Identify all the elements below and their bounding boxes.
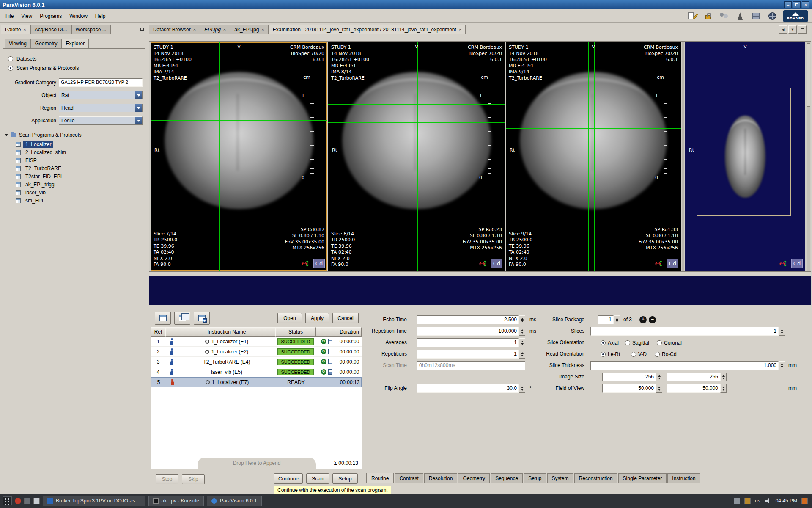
tree-item-sm-epi[interactable]: sm_EPI: [16, 197, 45, 204]
spinner-icon[interactable]: [656, 373, 662, 381]
tab-list-icon[interactable]: ▼: [788, 25, 797, 34]
rerun-icon[interactable]: ↻: [321, 359, 326, 364]
repetition-time-input[interactable]: 100.000: [417, 327, 519, 336]
slice-orientation-sagittal-radio[interactable]: Sagittal: [625, 338, 649, 347]
radio-icon[interactable]: [8, 56, 13, 61]
region-dropdown[interactable]: Head: [59, 104, 143, 112]
slice-package-input[interactable]: 1: [598, 315, 614, 324]
field-of-view-x-field[interactable]: 50.000: [602, 384, 662, 393]
tree-item-1-localizer[interactable]: 1_Localizer: [16, 141, 53, 148]
volume-icon[interactable]: [765, 498, 771, 504]
open-button[interactable]: Open: [277, 313, 302, 323]
close-tab-icon[interactable]: ×: [459, 28, 461, 32]
tab-routine[interactable]: Routine: [366, 473, 394, 483]
maximize-icon[interactable]: [793, 1, 801, 8]
taskbar-item-topspin[interactable]: Bruker TopSpin 3.1PV on DOJO as ...: [43, 496, 145, 506]
tab-geometry-params[interactable]: Geometry: [458, 473, 490, 483]
crosshair-horizontal[interactable]: [506, 128, 681, 129]
tab-dataset-browser[interactable]: Dataset Browser ×: [149, 25, 200, 34]
spinner-icon[interactable]: [656, 384, 662, 393]
viewport-slice-8[interactable]: STUDY 1 14 Nov 2018 16:28:51 +0100 MR E:…: [328, 42, 505, 271]
image-size-x-field[interactable]: 256: [602, 373, 662, 381]
tab-single-parameter[interactable]: Single Parameter: [618, 473, 667, 483]
tree-item-laser-vib[interactable]: laser_vib: [16, 189, 48, 196]
antenna-icon[interactable]: [735, 11, 745, 21]
crosshair-vertical[interactable]: [226, 42, 226, 271]
crosshair-vertical[interactable]: [588, 42, 589, 271]
radio-icon[interactable]: [655, 352, 660, 357]
remove-slice-package-icon[interactable]: −: [649, 316, 656, 323]
echo-time-field[interactable]: 2.500: [417, 315, 525, 324]
rerun-icon[interactable]: ↻: [321, 369, 326, 375]
app-launcher-icon[interactable]: [3, 496, 12, 505]
menu-file[interactable]: File: [2, 11, 17, 21]
ref-column-header[interactable]: Ref: [151, 327, 165, 337]
tab-contrast[interactable]: Contrast: [395, 473, 423, 483]
tab-viewing[interactable]: Viewing: [5, 39, 31, 48]
read-orientation-ro-cd-radio[interactable]: Ro-Cd: [655, 350, 677, 359]
crosshair-horizontal[interactable]: [151, 120, 327, 121]
crosshair-vertical[interactable]: [594, 42, 595, 271]
report-icon[interactable]: [328, 339, 332, 344]
tab-resolution[interactable]: Resolution: [424, 473, 458, 483]
tray-corner-icon[interactable]: [801, 498, 808, 504]
menu-help[interactable]: Help: [91, 11, 110, 21]
slice-orientation-coronal-radio[interactable]: Coronal: [657, 338, 682, 347]
echo-time-input[interactable]: 2.500: [417, 315, 519, 324]
application-dropdown[interactable]: Leslie: [59, 116, 143, 125]
slice-thickness-input[interactable]: 1.000: [590, 361, 779, 370]
copy-scan-program-button[interactable]: [174, 312, 190, 325]
rerun-icon[interactable]: ↻: [321, 339, 326, 344]
spinner-icon[interactable]: [779, 327, 785, 336]
instruction-row-5-selected[interactable]: 5 1_Localizer (E7) READY 00:00:13: [151, 377, 362, 387]
scan-button[interactable]: Scan: [306, 473, 329, 484]
crosshair-vertical[interactable]: [411, 42, 411, 271]
read-orientation-le-rt-radio[interactable]: Le-Rt: [601, 350, 620, 359]
restore-pane-icon[interactable]: [798, 25, 807, 34]
desktop-icon[interactable]: [24, 498, 30, 504]
object-dropdown[interactable]: Rat: [59, 91, 143, 99]
tab-instruction[interactable]: Instruction: [667, 473, 700, 483]
repetitions-input[interactable]: 1: [417, 350, 519, 359]
skip-button[interactable]: Skip: [182, 474, 205, 484]
tab-reconstruction[interactable]: Reconstruction: [574, 473, 617, 483]
tab-acq-reco[interactable]: Acq/Reco Di...: [30, 25, 71, 34]
instruction-row-2[interactable]: 2 1_Localizer (E2) SUCCEEDED ↻ 00:00:00: [151, 347, 362, 357]
globe-icon[interactable]: [767, 11, 777, 21]
scrollbar-thumb[interactable]: [807, 43, 810, 107]
close-tab-icon[interactable]: ×: [23, 28, 26, 32]
crosshair-horizontal[interactable]: [328, 122, 505, 123]
field-of-view-y-input[interactable]: 50.000: [667, 384, 720, 393]
flip-angle-input[interactable]: 30.0: [417, 384, 519, 393]
tab-system[interactable]: System: [547, 473, 573, 483]
slice-package-field[interactable]: 1: [598, 315, 620, 324]
spinner-icon[interactable]: [720, 373, 727, 381]
report-icon[interactable]: [328, 359, 332, 364]
radio-icon[interactable]: [601, 352, 606, 357]
taskbar-item-paravision[interactable]: ParaVision 6.0.1: [207, 496, 262, 506]
menu-programs[interactable]: Programs: [36, 11, 66, 21]
tray-settings-icon[interactable]: [734, 498, 740, 504]
geometry-reference-viewport[interactable]: V Rt ↔↕ Cd: [685, 42, 805, 271]
tab-geometry[interactable]: Geometry: [31, 39, 62, 48]
stop-button[interactable]: Stop: [156, 474, 178, 484]
tab-ak-epi-jpg[interactable]: ak_EPI.jpg ×: [230, 25, 268, 34]
continue-button[interactable]: Continue: [274, 473, 303, 484]
radio-icon[interactable]: [657, 340, 662, 345]
slices-field[interactable]: 1: [590, 327, 785, 336]
tree-item-2-localized-shim[interactable]: 2_Localized_shim: [16, 149, 68, 156]
tray-clipper-icon[interactable]: [744, 498, 751, 504]
chevron-down-icon[interactable]: [135, 91, 142, 99]
averages-field[interactable]: 1: [417, 338, 525, 347]
menu-view[interactable]: View: [17, 11, 36, 21]
crosshair-horizontal[interactable]: [685, 150, 805, 150]
tab-setup[interactable]: Setup: [524, 473, 546, 483]
undock-palette-icon[interactable]: [138, 25, 146, 33]
flip-angle-field[interactable]: 30.0: [417, 384, 525, 393]
tab-explorer[interactable]: Explorer: [62, 39, 89, 48]
close-tab-icon[interactable]: ×: [261, 28, 264, 32]
spinner-icon[interactable]: [779, 361, 785, 370]
add-slice-package-icon[interactable]: +: [639, 316, 647, 323]
slices-input[interactable]: 1: [590, 327, 779, 336]
edit-notes-icon[interactable]: [687, 11, 697, 21]
